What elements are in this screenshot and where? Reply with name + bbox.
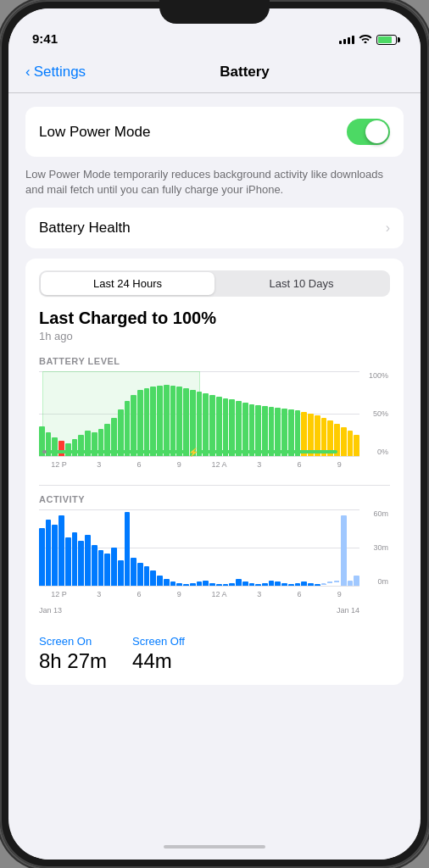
battery-x-label: 9: [320, 460, 359, 469]
activity-bar: [125, 512, 131, 586]
activity-x-label: 9: [159, 590, 199, 598]
battery-bar: [183, 388, 189, 456]
low-power-description: Low Power Mode temporarily reduces backg…: [8, 167, 421, 208]
low-power-mode-row: Low Power Mode: [25, 107, 404, 157]
wifi-icon: [359, 33, 372, 46]
battery-bar: [137, 390, 143, 456]
activity-bar: [341, 515, 347, 586]
battery-bar: [255, 405, 261, 456]
status-time: 9:41: [32, 31, 58, 46]
screen-on-value: 8h 27m: [39, 649, 107, 673]
phone-screen: 9:41: [8, 8, 421, 860]
battery-bar: [236, 401, 242, 456]
battery-x-label: 3: [79, 460, 119, 469]
activity-bar: [52, 525, 58, 586]
status-icons: [339, 33, 397, 46]
battery-chart-container: 100% 50% 0% 12 P36912 A369 ⚡: [39, 371, 390, 473]
battery-fill: [378, 36, 392, 43]
tab-last-24-hours[interactable]: Last 24 Hours: [41, 272, 214, 295]
activity-bar: [65, 537, 71, 586]
battery-health-card[interactable]: Battery Health ›: [25, 208, 404, 248]
activity-x-label: 9: [320, 590, 359, 598]
battery-bar: [209, 395, 215, 456]
battery-bar: [144, 388, 150, 456]
back-label: Settings: [34, 64, 86, 81]
phone-frame: 9:41: [0, 0, 429, 868]
battery-bar: [216, 397, 222, 456]
battery-bar: [131, 395, 136, 456]
y-label-0: 0%: [377, 448, 388, 456]
date-jan14: Jan 14: [337, 606, 359, 615]
date-labels: Jan 13 Jan 14: [39, 606, 359, 615]
battery-y-labels: 100% 50% 0%: [359, 371, 390, 456]
battery-bar: [176, 387, 182, 456]
activity-bar: [157, 576, 163, 586]
activity-bar: [236, 579, 242, 586]
activity-bar: [137, 563, 143, 586]
time-selector: Last 24 Hours Last 10 Days: [39, 270, 390, 297]
y-label-0m: 0m: [377, 577, 388, 586]
battery-bar: [203, 393, 209, 456]
y-label-60m: 60m: [373, 509, 388, 518]
battery-x-label: 6: [120, 460, 159, 469]
low-power-mode-toggle[interactable]: [347, 119, 390, 145]
chart-divider: [39, 485, 390, 486]
battery-health-label: Battery Health: [39, 220, 131, 236]
battery-x-label: 12 A: [199, 460, 239, 469]
activity-bar: [111, 548, 117, 586]
last-charged-label: Last Charged to 100%: [39, 309, 390, 328]
battery-bar: [150, 387, 156, 456]
screen-off-title: Screen Off: [132, 635, 185, 648]
home-bar: [164, 845, 265, 849]
activity-bar: [98, 550, 104, 586]
activity-x-labels: 12 P36912 A369: [39, 586, 359, 603]
low-power-mode-label: Low Power Mode: [39, 124, 150, 141]
battery-health-row[interactable]: Battery Health ›: [25, 208, 404, 248]
battery-bar: [249, 404, 255, 456]
activity-bar: [39, 528, 45, 586]
chevron-left-icon: ‹: [25, 64, 31, 81]
battery-status-icon: [376, 35, 397, 45]
activity-bar: [46, 520, 52, 586]
battery-bar: [242, 403, 248, 456]
activity-x-label: 6: [280, 590, 320, 598]
tab-last-10-days[interactable]: Last 10 Days: [214, 272, 388, 295]
activity-x-label: 3: [79, 590, 119, 598]
activity-bar: [144, 566, 150, 586]
y-label-30m: 30m: [373, 543, 388, 552]
screen-on-title: Screen On: [39, 635, 107, 648]
navigation-bar: ‹ Settings Battery: [8, 51, 421, 93]
charging-bolt-icon: ⚡: [188, 448, 198, 457]
screen-off-value: 44m: [132, 649, 185, 673]
battery-bar: [223, 398, 229, 456]
chevron-right-icon: ›: [386, 220, 390, 236]
battery-level-chart: BATTERY LEVEL: [39, 356, 390, 473]
activity-x-label: 12 P: [39, 590, 79, 598]
activity-bar: [72, 532, 78, 586]
home-indicator: [8, 834, 421, 860]
back-button[interactable]: ‹ Settings: [25, 64, 86, 81]
scroll-content[interactable]: Low Power Mode Low Power Mode temporaril…: [8, 93, 421, 834]
page-title: Battery: [86, 64, 404, 81]
battery-bar: [229, 399, 235, 456]
activity-y-labels: 60m 30m 0m: [359, 509, 390, 586]
activity-bar: [104, 554, 110, 586]
date-jan13: Jan 13: [39, 606, 62, 615]
activity-x-label: 3: [239, 590, 279, 598]
activity-bar: [150, 570, 156, 586]
battery-chart-label: BATTERY LEVEL: [39, 356, 390, 366]
usage-card: Last 24 Hours Last 10 Days Last Charged …: [25, 259, 404, 685]
activity-bar: [92, 545, 98, 586]
battery-x-label: 12 P: [39, 460, 79, 469]
activity-chart-label: ACTIVITY: [39, 494, 390, 504]
battery-x-label: 6: [280, 460, 320, 469]
time-ago: 1h ago: [39, 330, 390, 342]
activity-chart: ACTIVITY 60m 30m: [39, 494, 390, 603]
screen-on-stat: Screen On 8h 27m: [39, 635, 107, 673]
screen-off-stat: Screen Off 44m: [132, 635, 185, 673]
y-label-100: 100%: [369, 371, 388, 380]
toggle-knob: [365, 120, 388, 143]
battery-bars: [39, 371, 359, 456]
y-label-50: 50%: [373, 409, 388, 418]
activity-x-label: 6: [120, 590, 159, 598]
